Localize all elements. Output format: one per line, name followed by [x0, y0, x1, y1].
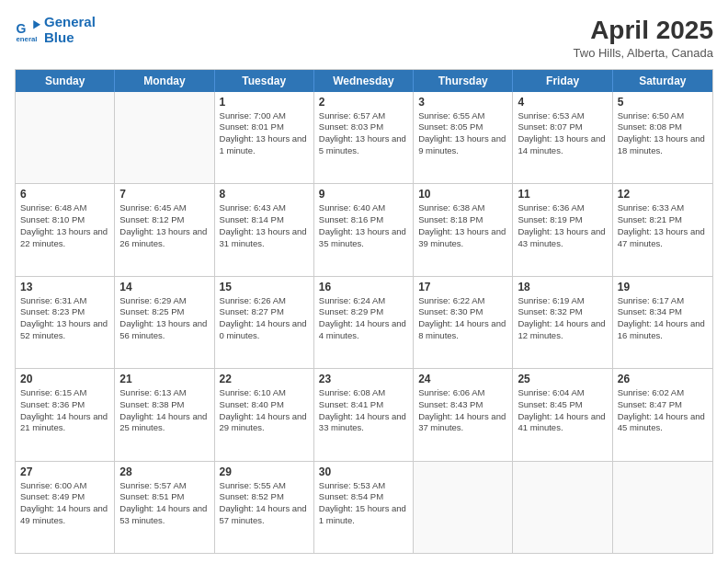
day-number: 16 — [319, 281, 408, 293]
cal-cell: 16Sunrise: 6:24 AM Sunset: 8:29 PM Dayli… — [314, 277, 414, 368]
svg-text:eneral: eneral — [17, 34, 38, 42]
day-info: Sunrise: 6:55 AM Sunset: 8:05 PM Dayligh… — [418, 110, 507, 157]
day-number: 3 — [418, 96, 507, 109]
cal-cell: 30Sunrise: 5:53 AM Sunset: 8:54 PM Dayli… — [314, 462, 414, 553]
day-number: 7 — [119, 188, 209, 201]
cal-cell: 25Sunrise: 6:04 AM Sunset: 8:45 PM Dayli… — [513, 369, 612, 460]
cal-cell — [16, 92, 115, 183]
day-info: Sunrise: 6:17 AM Sunset: 8:34 PM Dayligh… — [618, 295, 708, 342]
cal-week-3: 13Sunrise: 6:31 AM Sunset: 8:23 PM Dayli… — [16, 277, 712, 369]
cal-cell: 18Sunrise: 6:19 AM Sunset: 8:32 PM Dayli… — [513, 277, 612, 368]
day-number: 26 — [618, 373, 708, 385]
day-info: Sunrise: 6:36 AM Sunset: 8:19 PM Dayligh… — [518, 202, 607, 249]
calendar: SundayMondayTuesdayWednesdayThursdayFrid… — [15, 69, 713, 554]
day-number: 18 — [518, 281, 607, 293]
day-number: 30 — [319, 465, 408, 478]
day-info: Sunrise: 6:24 AM Sunset: 8:29 PM Dayligh… — [319, 295, 408, 342]
day-number: 25 — [518, 373, 607, 385]
day-number: 24 — [418, 373, 507, 385]
day-number: 13 — [20, 281, 109, 293]
cal-cell: 20Sunrise: 6:15 AM Sunset: 8:36 PM Dayli… — [16, 369, 115, 460]
day-number: 4 — [518, 96, 607, 109]
cal-cell — [613, 462, 712, 553]
day-info: Sunrise: 6:45 AM Sunset: 8:12 PM Dayligh… — [119, 202, 209, 249]
cal-cell — [115, 92, 214, 183]
cal-cell: 5Sunrise: 6:50 AM Sunset: 8:08 PM Daylig… — [613, 92, 712, 183]
cal-cell: 6Sunrise: 6:48 AM Sunset: 8:10 PM Daylig… — [16, 184, 115, 275]
header-day-sunday: Sunday — [16, 70, 115, 92]
cal-cell: 2Sunrise: 6:57 AM Sunset: 8:03 PM Daylig… — [314, 92, 414, 183]
day-number: 17 — [418, 281, 507, 293]
cal-cell: 22Sunrise: 6:10 AM Sunset: 8:40 PM Dayli… — [215, 369, 314, 460]
cal-cell: 1Sunrise: 7:00 AM Sunset: 8:01 PM Daylig… — [215, 92, 314, 183]
day-info: Sunrise: 5:53 AM Sunset: 8:54 PM Dayligh… — [319, 480, 408, 527]
day-info: Sunrise: 6:43 AM Sunset: 8:14 PM Dayligh… — [220, 202, 309, 249]
day-number: 27 — [20, 465, 109, 478]
cal-cell: 29Sunrise: 5:55 AM Sunset: 8:52 PM Dayli… — [215, 462, 314, 553]
cal-cell: 7Sunrise: 6:45 AM Sunset: 8:12 PM Daylig… — [115, 184, 214, 275]
svg-text:G: G — [17, 21, 27, 36]
logo-line1: General — [44, 15, 96, 30]
day-info: Sunrise: 6:57 AM Sunset: 8:03 PM Dayligh… — [319, 110, 408, 157]
day-number: 12 — [618, 188, 708, 201]
day-info: Sunrise: 6:15 AM Sunset: 8:36 PM Dayligh… — [20, 387, 109, 434]
cal-cell: 12Sunrise: 6:33 AM Sunset: 8:21 PM Dayli… — [613, 184, 712, 275]
day-info: Sunrise: 6:10 AM Sunset: 8:40 PM Dayligh… — [220, 387, 309, 434]
day-info: Sunrise: 6:29 AM Sunset: 8:25 PM Dayligh… — [119, 295, 209, 342]
day-number: 20 — [20, 373, 109, 385]
day-number: 21 — [119, 373, 209, 385]
logo-line2: Blue — [44, 30, 96, 46]
day-info: Sunrise: 6:50 AM Sunset: 8:08 PM Dayligh… — [618, 110, 708, 157]
cal-week-4: 20Sunrise: 6:15 AM Sunset: 8:36 PM Dayli… — [16, 369, 712, 461]
day-info: Sunrise: 6:08 AM Sunset: 8:41 PM Dayligh… — [319, 387, 408, 434]
cal-week-1: 1Sunrise: 7:00 AM Sunset: 8:01 PM Daylig… — [16, 92, 712, 184]
cal-cell: 10Sunrise: 6:38 AM Sunset: 8:18 PM Dayli… — [414, 184, 513, 275]
cal-cell: 3Sunrise: 6:55 AM Sunset: 8:05 PM Daylig… — [414, 92, 513, 183]
day-number: 1 — [220, 96, 309, 109]
header-day-tuesday: Tuesday — [215, 70, 314, 92]
day-number: 9 — [319, 188, 408, 201]
day-number: 23 — [319, 373, 408, 385]
calendar-header: SundayMondayTuesdayWednesdayThursdayFrid… — [16, 70, 712, 92]
header-day-friday: Friday — [513, 70, 612, 92]
cal-cell: 9Sunrise: 6:40 AM Sunset: 8:16 PM Daylig… — [314, 184, 414, 275]
cal-cell: 4Sunrise: 6:53 AM Sunset: 8:07 PM Daylig… — [513, 92, 612, 183]
day-info: Sunrise: 6:02 AM Sunset: 8:47 PM Dayligh… — [618, 387, 708, 434]
cal-cell: 26Sunrise: 6:02 AM Sunset: 8:47 PM Dayli… — [613, 369, 712, 460]
day-info: Sunrise: 6:13 AM Sunset: 8:38 PM Dayligh… — [119, 387, 209, 434]
cal-cell: 21Sunrise: 6:13 AM Sunset: 8:38 PM Dayli… — [115, 369, 214, 460]
day-info: Sunrise: 6:38 AM Sunset: 8:18 PM Dayligh… — [418, 202, 507, 249]
cal-week-5: 27Sunrise: 6:00 AM Sunset: 8:49 PM Dayli… — [16, 462, 712, 553]
cal-cell: 24Sunrise: 6:06 AM Sunset: 8:43 PM Dayli… — [414, 369, 513, 460]
cal-cell: 23Sunrise: 6:08 AM Sunset: 8:41 PM Dayli… — [314, 369, 414, 460]
day-number: 2 — [319, 96, 408, 109]
day-info: Sunrise: 5:57 AM Sunset: 8:51 PM Dayligh… — [119, 480, 209, 527]
page: G eneral General Blue April 2025 Two Hil… — [0, 0, 728, 563]
day-info: Sunrise: 6:06 AM Sunset: 8:43 PM Dayligh… — [418, 387, 507, 434]
cal-cell: 15Sunrise: 6:26 AM Sunset: 8:27 PM Dayli… — [215, 277, 314, 368]
cal-cell — [513, 462, 612, 553]
day-number: 28 — [119, 465, 209, 478]
header-day-saturday: Saturday — [613, 70, 712, 92]
title-block: April 2025 Two Hills, Alberta, Canada — [574, 15, 713, 60]
cal-cell: 13Sunrise: 6:31 AM Sunset: 8:23 PM Dayli… — [16, 277, 115, 368]
day-info: Sunrise: 6:04 AM Sunset: 8:45 PM Dayligh… — [518, 387, 607, 434]
day-number: 5 — [618, 96, 708, 109]
day-info: Sunrise: 6:26 AM Sunset: 8:27 PM Dayligh… — [220, 295, 309, 342]
day-info: Sunrise: 6:22 AM Sunset: 8:30 PM Dayligh… — [418, 295, 507, 342]
cal-cell: 14Sunrise: 6:29 AM Sunset: 8:25 PM Dayli… — [115, 277, 214, 368]
day-info: Sunrise: 6:33 AM Sunset: 8:21 PM Dayligh… — [618, 202, 708, 249]
cal-week-2: 6Sunrise: 6:48 AM Sunset: 8:10 PM Daylig… — [16, 184, 712, 276]
header-day-thursday: Thursday — [414, 70, 513, 92]
main-title: April 2025 — [574, 15, 713, 46]
cal-cell: 19Sunrise: 6:17 AM Sunset: 8:34 PM Dayli… — [613, 277, 712, 368]
logo: G eneral General Blue — [15, 15, 96, 45]
cal-cell — [414, 462, 513, 553]
day-number: 19 — [618, 281, 708, 293]
day-number: 29 — [220, 465, 309, 478]
day-info: Sunrise: 7:00 AM Sunset: 8:01 PM Dayligh… — [220, 110, 309, 157]
subtitle: Two Hills, Alberta, Canada — [574, 46, 713, 60]
cal-cell: 28Sunrise: 5:57 AM Sunset: 8:51 PM Dayli… — [115, 462, 214, 553]
day-number: 8 — [220, 188, 309, 201]
header: G eneral General Blue April 2025 Two Hil… — [15, 15, 713, 60]
